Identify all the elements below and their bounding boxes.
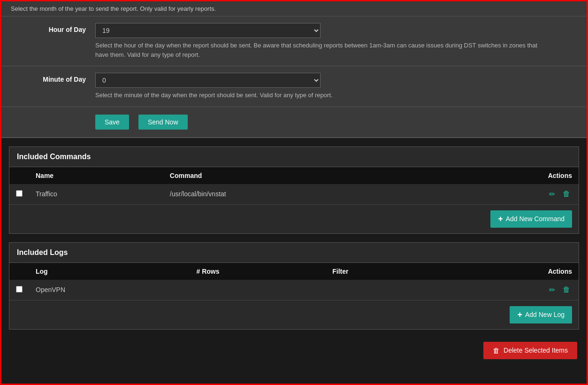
add-new-log-label: Add New Log (525, 311, 565, 318)
commands-add-row: + Add New Command (9, 205, 579, 233)
delete-bar: 🗑 Delete Selected Items (1, 334, 587, 367)
table-row: OpenVPN ✏ 🗑 (9, 280, 579, 300)
logs-row-rows (190, 280, 326, 300)
commands-action-icons: ✏ 🗑 (438, 189, 572, 200)
minute-of-day-row: Minute of Day 0 Select the minute of the… (1, 66, 587, 107)
commands-row-actions: ✏ 🗑 (432, 184, 579, 205)
commands-table: Name Command Actions Traffico /usr/local… (9, 167, 579, 205)
commands-row-checkbox[interactable] (16, 190, 23, 197)
logs-table: Log # Rows Filter Actions OpenVPN ✏ 🗑 (9, 263, 579, 300)
included-logs-title: Included Logs (9, 243, 579, 263)
logs-row-log: OpenVPN (29, 280, 190, 300)
logs-action-icons: ✏ 🗑 (442, 285, 572, 295)
included-commands-title: Included Commands (9, 147, 579, 167)
form-section: Hour of Day 19 Select the hour of the da… (1, 16, 587, 138)
logs-col-log: Log (29, 263, 190, 280)
hour-of-day-hint: Select the hour of the day when the repo… (95, 41, 546, 59)
logs-col-checkbox (9, 263, 29, 280)
hour-of-day-row: Hour of Day 19 Select the hour of the da… (1, 16, 587, 66)
minute-of-day-hint: Select the minute of the day when the re… (95, 91, 546, 100)
logs-col-filter: Filter (326, 263, 435, 280)
delete-selected-label: Delete Selected Items (504, 346, 568, 354)
logs-table-header: Log # Rows Filter Actions (9, 263, 579, 280)
minute-of-day-label: Minute of Day (11, 73, 95, 83)
minute-of-day-select[interactable]: 0 (95, 73, 321, 88)
logs-table-body: OpenVPN ✏ 🗑 (9, 280, 579, 300)
commands-table-body: Traffico /usr/local/bin/vnstat ✏ 🗑 (9, 184, 579, 205)
top-banner: Select the month of the year to send the… (1, 1, 587, 16)
logs-row-checkbox[interactable] (16, 286, 23, 293)
commands-col-checkbox (9, 167, 29, 184)
add-command-plus-icon: + (498, 214, 503, 224)
hour-of-day-label: Hour of Day (11, 23, 95, 33)
send-now-button[interactable]: Send Now (138, 115, 188, 130)
commands-delete-button[interactable]: 🗑 (561, 189, 572, 199)
logs-add-row: + Add New Log (9, 300, 579, 329)
delete-selected-button[interactable]: 🗑 Delete Selected Items (483, 342, 577, 359)
save-button[interactable]: Save (95, 115, 129, 130)
delete-trash-icon: 🗑 (493, 346, 500, 354)
form-buttons-row: Save Send Now (1, 107, 587, 138)
add-new-log-button[interactable]: + Add New Log (510, 306, 572, 323)
hour-of-day-select[interactable]: 19 (95, 23, 321, 38)
logs-delete-button[interactable]: 🗑 (561, 285, 572, 295)
hour-of-day-content: 19 Select the hour of the day when the r… (95, 23, 577, 59)
commands-col-command: Command (163, 167, 432, 184)
minute-of-day-content: 0 Select the minute of the day when the … (95, 73, 577, 100)
commands-row-checkbox-cell (9, 184, 29, 205)
logs-col-actions: Actions (435, 263, 579, 280)
included-logs-section: Included Logs Log # Rows Filter Actions … (9, 242, 579, 330)
commands-table-header: Name Command Actions (9, 167, 579, 184)
commands-row-name: Traffico (29, 184, 163, 205)
logs-row-checkbox-cell (9, 280, 29, 300)
logs-row-actions: ✏ 🗑 (435, 280, 579, 300)
commands-col-actions: Actions (432, 167, 579, 184)
add-log-plus-icon: + (517, 310, 522, 320)
included-commands-section: Included Commands Name Command Actions T… (9, 146, 579, 234)
add-new-command-label: Add New Command (506, 215, 565, 223)
table-row: Traffico /usr/local/bin/vnstat ✏ 🗑 (9, 184, 579, 205)
logs-edit-button[interactable]: ✏ (547, 285, 557, 295)
top-banner-text: Select the month of the year to send the… (11, 5, 216, 12)
commands-edit-button[interactable]: ✏ (547, 189, 557, 200)
logs-row-filter (326, 280, 435, 300)
commands-row-command: /usr/local/bin/vnstat (163, 184, 432, 205)
commands-col-name: Name (29, 167, 163, 184)
logs-col-rows: # Rows (190, 263, 326, 280)
add-new-command-button[interactable]: + Add New Command (490, 210, 572, 228)
